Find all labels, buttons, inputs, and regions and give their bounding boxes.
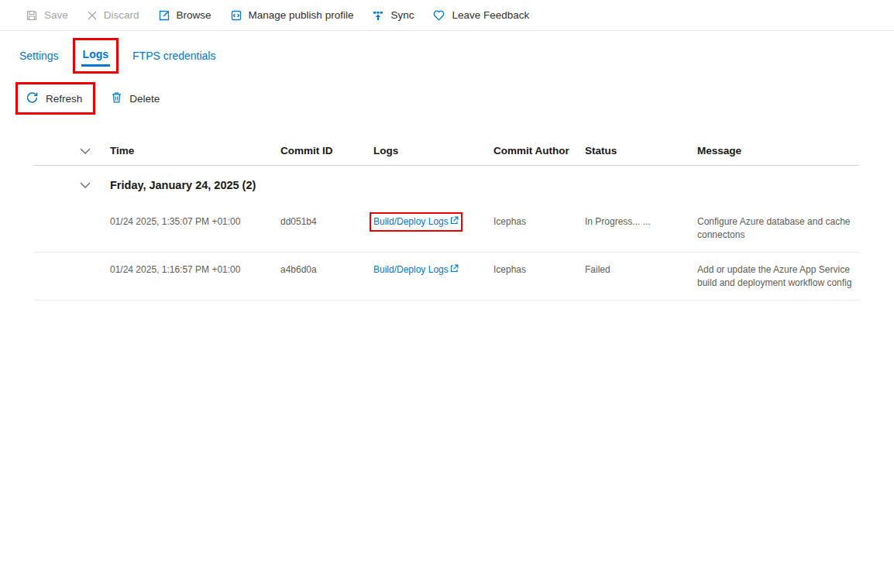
cell-commit-author: Icephas — [493, 263, 585, 277]
date-group-row: Friday, January 24, 2025 (2) — [34, 166, 859, 205]
publish-profile-icon — [230, 9, 242, 22]
discard-button[interactable]: Discard — [77, 0, 149, 30]
manage-publish-profile-label: Manage publish profile — [249, 9, 354, 21]
tab-settings[interactable]: Settings — [19, 42, 59, 70]
column-header-commit-author: Commit Author — [493, 145, 585, 156]
save-icon — [26, 9, 38, 22]
logs-table: Time Commit ID Logs Commit Author Status… — [34, 136, 859, 301]
cell-status: In Progress... ... — [585, 215, 697, 229]
browse-button[interactable]: Browse — [149, 0, 221, 30]
collapse-all-chevron[interactable] — [80, 148, 91, 154]
cell-time: 01/24 2025, 1:16:57 PM +01:00 — [110, 263, 280, 277]
cell-status: Failed — [585, 263, 697, 277]
delete-icon — [111, 91, 122, 106]
cell-commit-id: a4b6d0a — [280, 263, 373, 277]
refresh-icon — [26, 91, 39, 106]
sync-icon — [372, 9, 384, 22]
external-link-icon — [450, 263, 459, 277]
table-row: 01/24 2025, 1:16:57 PM +01:00 a4b6d0a Bu… — [34, 253, 859, 301]
delete-label: Delete — [129, 93, 160, 105]
refresh-button[interactable]: Refresh — [15, 82, 95, 115]
logs-command-bar: Refresh Delete — [15, 82, 894, 115]
delete-button[interactable]: Delete — [101, 85, 169, 112]
tab-ftps-credentials[interactable]: FTPS credentials — [132, 42, 215, 70]
build-deploy-logs-label: Build/Deploy Logs — [373, 263, 449, 277]
sync-label: Sync — [390, 9, 414, 21]
external-link-icon — [450, 215, 459, 229]
leave-feedback-label: Leave Feedback — [452, 9, 529, 21]
command-toolbar: Save Discard Browse Manage publish profi… — [0, 0, 894, 31]
cell-message: Add or update the Azure App Service buil… — [697, 263, 859, 290]
column-header-logs: Logs — [373, 145, 493, 156]
column-header-message: Message — [697, 145, 859, 156]
discard-icon — [87, 10, 98, 21]
sync-button[interactable]: Sync — [363, 0, 423, 30]
tab-bar: Settings Logs FTPS credentials — [0, 38, 894, 74]
save-label: Save — [44, 9, 68, 21]
tab-settings-label: Settings — [19, 50, 59, 62]
build-deploy-logs-link[interactable]: Build/Deploy Logs — [373, 263, 459, 277]
column-header-commit-id: Commit ID — [280, 145, 373, 156]
date-group-label: Friday, January 24, 2025 (2) — [110, 179, 859, 191]
manage-publish-profile-button[interactable]: Manage publish profile — [221, 0, 363, 30]
heart-icon — [432, 9, 445, 22]
cell-commit-author: Icephas — [493, 215, 585, 229]
tab-logs[interactable]: Logs — [73, 38, 119, 74]
browse-label: Browse — [177, 9, 211, 21]
column-header-status: Status — [585, 145, 697, 156]
table-row: 01/24 2025, 1:35:07 PM +01:00 dd051b4 Bu… — [34, 205, 859, 253]
table-header-row: Time Commit ID Logs Commit Author Status… — [34, 136, 859, 166]
cell-message: Configure Azure database and cache conne… — [697, 215, 859, 242]
cell-commit-id: dd051b4 — [280, 215, 373, 229]
discard-label: Discard — [104, 9, 139, 21]
column-header-time: Time — [110, 145, 280, 156]
tab-ftps-credentials-label: FTPS credentials — [132, 50, 215, 62]
build-deploy-logs-label: Build/Deploy Logs — [373, 215, 449, 229]
cell-time: 01/24 2025, 1:35:07 PM +01:00 — [110, 215, 280, 229]
browse-icon — [158, 9, 170, 22]
build-deploy-logs-link[interactable]: Build/Deploy Logs — [370, 212, 462, 232]
group-collapse-chevron[interactable] — [80, 182, 91, 188]
tab-logs-label: Logs — [81, 48, 110, 67]
leave-feedback-button[interactable]: Leave Feedback — [423, 0, 538, 30]
save-button[interactable]: Save — [26, 0, 77, 30]
refresh-label: Refresh — [46, 93, 82, 105]
